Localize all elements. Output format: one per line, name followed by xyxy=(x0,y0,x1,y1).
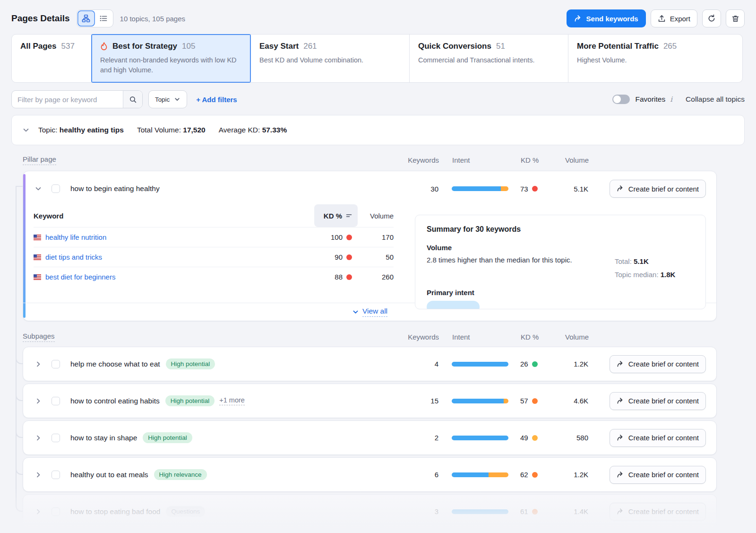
keyword-volume: 170 xyxy=(358,233,394,241)
subpage-expand-chevron[interactable] xyxy=(34,396,43,406)
create-brief-button[interactable]: Create brief or content xyxy=(610,466,706,484)
pillar-page-title: how to begin eating healthy xyxy=(70,184,160,193)
subpage-expand-chevron[interactable] xyxy=(34,359,43,369)
send-keywords-button[interactable]: Send keywords xyxy=(567,9,646,27)
subpage-kd-value: 62 xyxy=(520,471,528,479)
subpage-volume: 4.6K xyxy=(553,397,588,405)
subpage-volume: 1.2K xyxy=(553,360,588,368)
forward-arrow-icon xyxy=(617,434,624,442)
forward-arrow-icon xyxy=(617,471,624,479)
subpage-kd-value: 61 xyxy=(520,507,528,516)
col-volume: Volume xyxy=(554,333,589,341)
keyword-row: diet tips and tricks 90 50 xyxy=(34,247,394,267)
pillar-expand-chevron[interactable] xyxy=(34,184,43,193)
status-badge: Questions xyxy=(166,506,205,517)
keyword-volume: 260 xyxy=(358,273,394,281)
summary-total-label: Total: xyxy=(615,257,632,265)
strategy-tabs: All Pages 537 Best for Strategy 105 Rele… xyxy=(11,34,745,83)
chevron-right-icon xyxy=(34,471,42,479)
keyword-table: Keyword KD % Volume healthy life xyxy=(34,204,394,287)
list-view-button[interactable] xyxy=(95,10,112,26)
subpage-keywords-count: 2 xyxy=(405,434,438,442)
keyword-link[interactable]: diet tips and tricks xyxy=(45,253,102,261)
us-flag-icon xyxy=(34,235,41,240)
col-kd: KD % xyxy=(521,333,554,341)
intent-bar xyxy=(452,399,508,403)
col-keywords: Keywords xyxy=(406,156,439,164)
subpage-expand-chevron[interactable] xyxy=(34,507,43,516)
create-brief-button[interactable]: Create brief or content xyxy=(610,180,706,198)
tree-connector xyxy=(16,428,23,438)
keyword-kd-value: 90 xyxy=(335,253,343,261)
tab-more-potential-traffic[interactable]: More Potential Traffic 265 Highest Volum… xyxy=(568,34,743,83)
info-icon[interactable]: i xyxy=(670,95,672,104)
delete-button[interactable] xyxy=(726,9,745,27)
kd-difficulty-dot xyxy=(532,361,538,367)
intent-bar xyxy=(452,509,508,514)
pillar-volume: 5.1K xyxy=(553,185,588,193)
chevron-right-icon xyxy=(34,360,42,368)
search-icon xyxy=(129,96,137,104)
col-volume: Volume xyxy=(554,156,589,164)
subpage-title: healthy out to eat meals xyxy=(70,471,148,479)
create-brief-button[interactable]: Create brief or content xyxy=(610,355,706,373)
favorites-toggle[interactable] xyxy=(612,95,630,104)
add-filters-button[interactable]: + Add filters xyxy=(196,96,237,104)
keyword-link[interactable]: healthy life nutrition xyxy=(45,233,106,241)
list-icon xyxy=(99,14,108,23)
subpage-expand-chevron[interactable] xyxy=(34,470,43,480)
kd-difficulty-dot xyxy=(346,254,352,260)
search-button[interactable] xyxy=(123,91,142,108)
tab-quick-conversions[interactable]: Quick Conversions 51 Commercial and Tran… xyxy=(409,34,568,83)
more-badges-link[interactable]: +1 more xyxy=(219,396,245,405)
create-brief-button[interactable]: Create brief or content xyxy=(610,503,706,521)
forward-arrow-icon xyxy=(617,360,624,368)
search-input[interactable] xyxy=(12,91,123,108)
sitemap-icon xyxy=(82,14,90,23)
tree-view-button[interactable] xyxy=(77,10,95,26)
subpage-checkbox[interactable] xyxy=(52,471,60,479)
col-kd-sort[interactable]: KD % xyxy=(314,204,358,227)
subpage-title: help me choose what to eat xyxy=(70,360,160,368)
tree-connector xyxy=(16,354,23,364)
col-kd: KD % xyxy=(521,156,554,164)
pillar-accent-bar xyxy=(23,174,26,318)
intent-bar xyxy=(452,186,508,191)
tab-all-pages[interactable]: All Pages 537 xyxy=(11,34,92,83)
subpage-volume: 1.2K xyxy=(553,471,588,479)
subpage-row: how to control eating habits High potent… xyxy=(23,384,717,418)
intent-bar xyxy=(452,472,508,477)
subpages-section-head: Subpages Keywords Intent KD % Volume xyxy=(23,331,717,343)
view-all-button[interactable]: View all xyxy=(352,307,387,317)
upload-icon xyxy=(658,15,666,23)
average-kd-label: Average KD: xyxy=(219,126,260,134)
kd-difficulty-dot xyxy=(532,435,538,441)
pillar-checkbox[interactable] xyxy=(52,184,60,193)
create-brief-button[interactable]: Create brief or content xyxy=(610,429,706,447)
tab-best-for-strategy[interactable]: Best for Strategy 105 Relevant non-brand… xyxy=(91,34,251,83)
subpage-keywords-count: 3 xyxy=(405,507,438,516)
subpage-kd-value: 26 xyxy=(520,360,528,368)
keyword-link[interactable]: best diet for beginners xyxy=(45,273,115,281)
subpage-checkbox[interactable] xyxy=(52,507,60,516)
subpage-title: how to stop eating bad food xyxy=(70,507,160,516)
collapse-all-topics-button[interactable]: Collapse all topics xyxy=(686,95,745,104)
refresh-button[interactable] xyxy=(702,9,721,27)
col-intent: Intent xyxy=(452,333,509,341)
topic-filter-select[interactable]: Topic xyxy=(148,90,187,108)
chevron-right-icon xyxy=(34,434,42,442)
forward-arrow-icon xyxy=(617,185,624,192)
subpage-checkbox[interactable] xyxy=(52,397,60,405)
subpage-checkbox[interactable] xyxy=(52,360,60,368)
create-brief-button[interactable]: Create brief or content xyxy=(610,392,706,410)
subpage-checkbox[interactable] xyxy=(52,434,60,442)
topic-label: Topic: xyxy=(38,126,58,134)
us-flag-icon xyxy=(34,254,41,260)
subpage-expand-chevron[interactable] xyxy=(34,433,43,443)
tab-easy-start[interactable]: Easy Start 261 Best KD and Volume combin… xyxy=(250,34,410,83)
topic-collapse-chevron[interactable] xyxy=(22,126,30,134)
kd-difficulty-dot xyxy=(346,235,352,240)
export-button[interactable]: Export xyxy=(651,9,697,27)
keyword-row: best diet for beginners 88 260 xyxy=(34,267,394,287)
view-toggle xyxy=(77,9,113,27)
